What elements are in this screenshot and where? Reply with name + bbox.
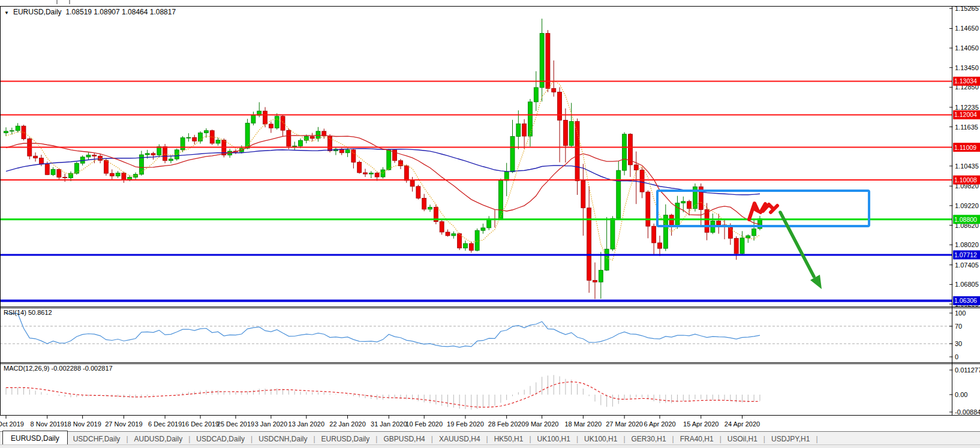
- price-tick-label: 1.14050: [955, 44, 979, 52]
- tab-usdjpy-h1[interactable]: USDJPY,H1: [766, 433, 815, 445]
- price-tick-label: 1.14650: [955, 25, 979, 32]
- date-label: 31 Jan 2020: [371, 420, 407, 428]
- tab-gbpusd-h4[interactable]: GBPUSD,H4: [378, 433, 430, 445]
- rsi-tick-label: 30: [955, 340, 962, 347]
- tab-eurusd-daily[interactable]: EURUSD,Daily: [316, 433, 375, 445]
- date-label: 15 Apr 2020: [683, 420, 719, 428]
- price-tick-label: 1.11635: [955, 124, 978, 131]
- trading-terminal-window: 1.152651.146501.140501.134501.128501.122…: [0, 0, 980, 448]
- macd-tick-label: 0.00: [955, 391, 967, 398]
- price-badge-label: 1.10008: [954, 176, 977, 184]
- date-label: 24 Apr 2020: [725, 420, 760, 428]
- price-tick-label: 1.12235: [955, 104, 979, 111]
- chart-ohlc-values: 1.08519 1.08907 1.08464 1.08817: [66, 8, 176, 16]
- status-strip: [0, 444, 980, 448]
- tab-audusd-daily[interactable]: AUDUSD,Daily: [129, 433, 188, 445]
- macd-tick-label: -0.008845: [955, 408, 980, 416]
- chart-canvas[interactable]: 1.152651.146501.140501.134501.128501.122…: [0, 0, 980, 448]
- date-label: 25 Dec 2019: [217, 420, 254, 428]
- price-badge-label: 1.08800: [954, 216, 977, 223]
- date-label: 3 Jan 2020: [255, 420, 287, 428]
- rsi-tick-label: 0: [955, 353, 958, 360]
- macd-indicator-label: MACD(12,26,9) -0.002288 -0.002817: [4, 365, 113, 372]
- chart-title-bar: ▼ EURUSD,Daily 1.08519 1.08907 1.08464 1…: [4, 8, 176, 16]
- price-badge-label: 1.07712: [954, 251, 977, 258]
- date-label: 18 Nov 2019: [64, 420, 101, 428]
- rsi-tick-label: 100: [955, 309, 966, 317]
- price-badge-label: 1.06306: [954, 297, 977, 304]
- date-label: 27 Nov 2019: [105, 420, 142, 428]
- rsi-tick-label: 70: [955, 323, 962, 330]
- tab-ger30-h1[interactable]: GER30,H1: [626, 433, 672, 445]
- price-panel[interactable]: [0, 7, 980, 307]
- tab-usdcnh-daily[interactable]: USDCNH,Daily: [253, 433, 312, 445]
- rsi-indicator-label: RSI(14) 50.8612: [4, 309, 52, 316]
- price-tick-label: 1.10435: [955, 163, 979, 170]
- macd-panel[interactable]: [0, 364, 980, 416]
- date-label: 19 Feb 2020: [447, 420, 484, 428]
- tab-uk100-h1[interactable]: UK100,H1: [532, 433, 576, 445]
- price-badge-label: 1.12004: [954, 111, 977, 118]
- price-tick-label: 1.15265: [955, 5, 979, 12]
- tab-eurusd-daily[interactable]: EURUSD,Daily: [2, 431, 68, 446]
- date-label: 27 Mar 2020: [606, 420, 643, 428]
- tab-separator: |: [815, 435, 818, 443]
- price-tick-label: 1.08020: [955, 241, 979, 248]
- date-label: 16 Dec 2019: [182, 420, 219, 428]
- chart-tab-bar: EURUSD,DailyUSDCHF,Daily|AUDUSD,Daily|US…: [0, 431, 980, 446]
- rsi-panel[interactable]: [0, 308, 980, 363]
- date-label: 18 Mar 2020: [564, 420, 602, 428]
- tab-usdchf-daily[interactable]: USDCHF,Daily: [68, 433, 126, 445]
- date-label: 9 Mar 2020: [525, 420, 559, 428]
- top-mark: [56, 0, 58, 4]
- date-label: 8 Nov 2019: [31, 420, 64, 428]
- tab-fra40-h1[interactable]: FRA40,H1: [675, 433, 719, 445]
- macd-tick-label: 0.011277: [955, 366, 980, 374]
- chart-symbol-label: EURUSD,Daily: [13, 8, 62, 16]
- date-label: 22 Jan 2020: [329, 420, 366, 428]
- price-tick-label: 1.13450: [955, 64, 979, 71]
- date-label: 30 Oct 2019: [0, 420, 24, 428]
- date-label: 6 Dec 2019: [148, 420, 182, 428]
- tab-usdcad-daily[interactable]: USDCAD,Daily: [191, 433, 250, 445]
- tab-uk100-h1[interactable]: UK100,H1: [579, 433, 623, 445]
- price-tick-label: 1.06805: [955, 281, 979, 288]
- price-tick-label: 1.09220: [955, 202, 979, 209]
- price-badge-label: 1.11009: [954, 144, 976, 151]
- tab-hk50-h1[interactable]: HK50,H1: [489, 433, 529, 445]
- date-label: 10 Feb 2020: [405, 420, 443, 428]
- tab-xauusd-h4[interactable]: XAUUSD,H4: [434, 433, 486, 445]
- date-label: 28 Feb 2020: [488, 420, 525, 428]
- date-label: 6 Apr 2020: [644, 420, 675, 428]
- tab-usoil-h1[interactable]: USOil,H1: [722, 433, 763, 445]
- collapse-indicators-icon[interactable]: ▼: [4, 10, 9, 16]
- top-mark: [69, 0, 70, 4]
- price-badge-label: 1.13034: [954, 77, 977, 85]
- price-tick-label: 1.07405: [955, 261, 979, 269]
- date-label: 13 Jan 2020: [288, 420, 325, 428]
